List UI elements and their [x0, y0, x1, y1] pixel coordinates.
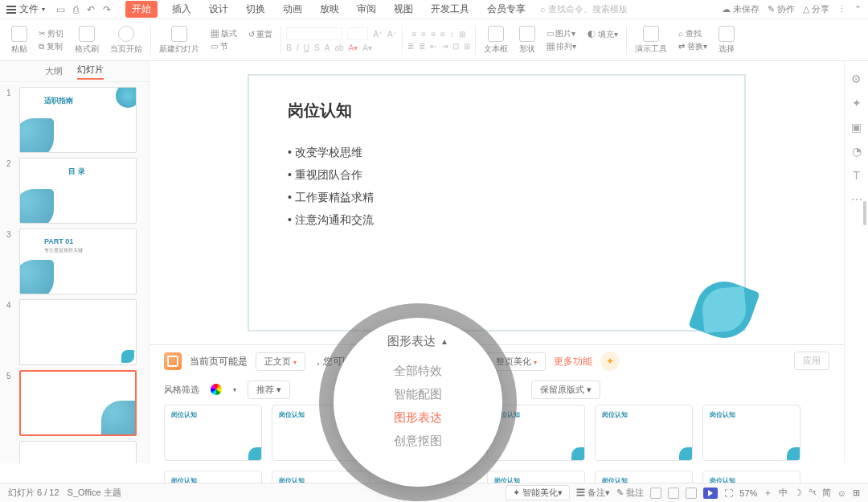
grid-icon[interactable]: ⊞	[853, 488, 860, 498]
new-slide[interactable]: 新建幻灯片	[156, 26, 203, 55]
coop-chip[interactable]: ✎ 协作	[768, 3, 795, 15]
undo-icon[interactable]: ↶	[87, 4, 95, 15]
bold-button[interactable]: B	[286, 43, 292, 52]
paste-group[interactable]: 粘贴	[8, 26, 31, 55]
rb-text-icon[interactable]: T	[853, 169, 860, 182]
find-button[interactable]: ⌕ 查找	[678, 28, 707, 39]
slideshow-button[interactable]	[703, 488, 718, 499]
shape-button[interactable]: 形状	[516, 26, 538, 55]
opt-shape-express[interactable]: 图形表达	[394, 410, 442, 426]
from-current[interactable]: 当页开始	[107, 26, 145, 55]
italic-button[interactable]: I	[297, 43, 299, 52]
font-size[interactable]	[347, 27, 368, 40]
comments-button[interactable]: ✎ 批注	[616, 487, 644, 499]
fill-button[interactable]: ◐ 填充▾	[588, 29, 618, 40]
ai-card[interactable]: 岗位认知	[595, 405, 693, 461]
dropdown-magnifier: 图形表达▲ 全部特效 智能配图 图形表达 创意抠图	[334, 318, 502, 487]
rb-clock-icon[interactable]: ◔	[852, 145, 862, 158]
ime-zh[interactable]: 中	[779, 487, 788, 499]
rb-sparkle-icon[interactable]: ✦	[852, 97, 862, 109]
underline-button[interactable]: U	[304, 43, 309, 52]
tab-insert[interactable]: 插入	[169, 1, 194, 18]
view-sorter-icon[interactable]	[668, 488, 679, 499]
ai-card[interactable]: 岗位认知	[164, 405, 262, 461]
zoom-level[interactable]: 57%	[739, 488, 757, 498]
rb-settings-icon[interactable]: ⚙	[851, 72, 862, 85]
select-button[interactable]: 选择	[715, 26, 738, 55]
thumbnail-list[interactable]: 1适职指南 2目 录 3PART 01专注度是致胜关键 4 5 ＋	[0, 82, 149, 463]
bulb-icon[interactable]: ✦	[600, 352, 620, 371]
tab-review[interactable]: 审阅	[354, 1, 379, 18]
weather-icon[interactable]: °ৎ	[809, 488, 815, 498]
thumb-4[interactable]	[19, 299, 137, 365]
thumb-3[interactable]: PART 01专注度是致胜关键	[19, 228, 137, 294]
unsaved-chip[interactable]: ☁ 未保存	[722, 3, 760, 15]
color-filter[interactable]	[211, 384, 222, 395]
right-toolbar: ⚙ ✦ ▣ ◔ T ⋯	[844, 61, 868, 463]
command-search[interactable]: ⌕ 查找命令、搜索模板	[540, 3, 628, 15]
cut-button[interactable]: ✂ 剪切	[39, 28, 63, 39]
layout-button[interactable]: ▦ 版式	[211, 28, 237, 39]
tab-slideshow[interactable]: 放映	[317, 1, 342, 18]
arrange-button[interactable]: ▦ 排列▾	[547, 41, 577, 52]
tab-outline[interactable]: 大纲	[45, 65, 63, 77]
tab-view[interactable]: 视图	[391, 1, 416, 18]
slide-bullets: 改变学校思维 重视团队合作 工作要精益求精 注意沟通和交流	[288, 141, 706, 231]
view-normal-icon[interactable]	[650, 488, 661, 499]
thumb-2[interactable]: 目 录	[19, 158, 137, 224]
save-icon[interactable]: ▭	[56, 4, 65, 15]
opt-creative-cutout[interactable]: 创意抠图	[394, 434, 442, 449]
fit-icon[interactable]: ⛶	[724, 488, 733, 498]
notes-button[interactable]: ☰ 备注▾	[576, 487, 610, 499]
collapse-icon[interactable]: ⌃	[854, 4, 862, 14]
dropdown-header[interactable]: 图形表达▲	[387, 334, 448, 349]
rb-layers-icon[interactable]: ▣	[851, 121, 862, 134]
opt-smart-image[interactable]: 智能配图	[394, 387, 442, 402]
rb-more-icon[interactable]: ⋯	[851, 193, 862, 206]
tab-design[interactable]: 设计	[206, 1, 231, 18]
tab-animation[interactable]: 动画	[280, 1, 305, 18]
ai-card[interactable]: 岗位认知	[702, 405, 800, 461]
print-icon[interactable]: ⎙	[73, 4, 79, 15]
moon-icon[interactable]: ☽	[794, 488, 802, 498]
bullet-3: 工作要精益求精	[288, 186, 706, 208]
tab-start[interactable]: 开始	[125, 1, 158, 18]
filter-keep[interactable]: 保留原版式 ▾	[531, 381, 600, 399]
file-menu[interactable]: 文件 ▾	[6, 2, 45, 16]
scope-pill[interactable]: 整页美化▾	[487, 352, 546, 371]
filter-rec[interactable]: 推荐 ▾	[248, 381, 290, 399]
thumb-1[interactable]: 适职指南	[19, 87, 137, 153]
redo-icon[interactable]: ↷	[103, 4, 111, 15]
font-family[interactable]	[286, 27, 342, 40]
tab-transition[interactable]: 切换	[243, 1, 268, 18]
more-link[interactable]: 更多功能	[554, 355, 592, 368]
image-button[interactable]: ▭ 图片▾	[547, 28, 577, 39]
tab-devtools[interactable]: 开发工具	[428, 1, 473, 18]
share-chip[interactable]: △ 分享	[803, 3, 829, 15]
doctype-pill[interactable]: 正文页▾	[256, 352, 305, 371]
slide-title: 岗位认知	[288, 100, 706, 121]
tab-thumbs[interactable]: 幻灯片	[77, 64, 104, 80]
thumb-5[interactable]	[19, 370, 137, 436]
status-right: ✦ 智能美化▾ ☰ 备注▾ ✎ 批注 ⛶ 57% ＋ 中 ☽ °ৎ 简 ☺ ⊞	[506, 485, 860, 500]
zoom-in-icon[interactable]: ＋	[764, 487, 772, 499]
simplified-toggle[interactable]: 简	[822, 487, 831, 499]
section-button[interactable]: ▭ 节	[211, 41, 237, 52]
smart-beautify-button[interactable]: ✦ 智能美化▾	[506, 485, 570, 500]
opt-all[interactable]: 全部特效	[394, 364, 442, 379]
view-reading-icon[interactable]	[686, 488, 697, 499]
ai-card[interactable]: 岗位认知	[487, 405, 585, 461]
tab-vip[interactable]: 会员专享	[484, 1, 529, 18]
more-icon[interactable]: ⋮	[837, 4, 846, 14]
replace-button[interactable]: ⇄ 替换▾	[678, 41, 707, 52]
add-slide[interactable]: ＋	[19, 441, 137, 463]
present-tools[interactable]: 演示工具	[632, 26, 670, 55]
copy-button[interactable]: ⧉ 复制	[39, 41, 63, 52]
textbox-button[interactable]: 文本框	[481, 26, 511, 55]
apply-button[interactable]: 应用	[794, 352, 829, 370]
reset-button[interactable]: ↺ 重置	[248, 29, 273, 40]
smiley-icon[interactable]: ☺	[837, 488, 846, 498]
current-slide[interactable]: 岗位认知 改变学校思维 重视团队合作 工作要精益求精 注意沟通和交流	[248, 74, 746, 331]
format-painter[interactable]: 格式刷	[72, 26, 102, 55]
ribbon-tabs: 开始 插入 设计 切换 动画 放映 审阅 视图 开发工具 会员专享	[125, 1, 529, 18]
